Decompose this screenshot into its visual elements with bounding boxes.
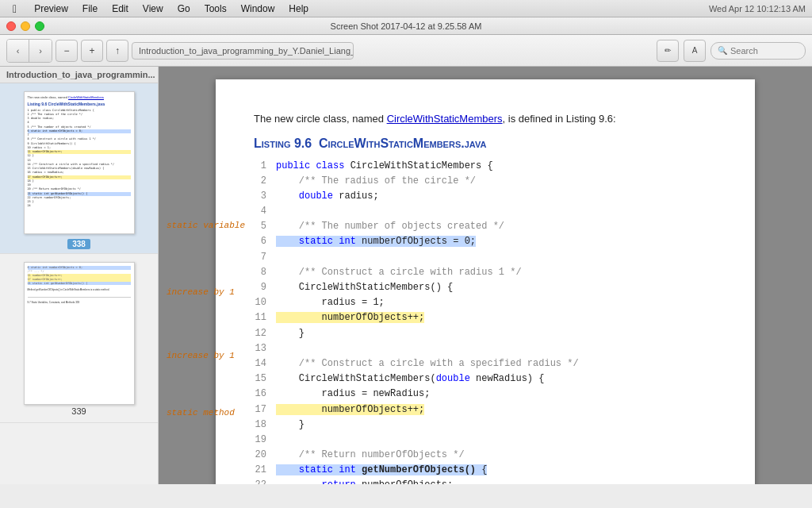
- code-line-7: 7: [254, 250, 717, 265]
- page-338-thumbnail: The new circle class, named CircleWithSt…: [24, 91, 135, 234]
- code-line-18: 18 }: [254, 418, 717, 433]
- annotation-increase1: increase by 1: [167, 286, 235, 300]
- page-338-badge: 338: [67, 239, 90, 249]
- annotation-static-variable: static variable: [167, 219, 245, 233]
- page-338-content: The new circle class, named CircleWithSt…: [25, 92, 134, 233]
- code-line-17: 17 numberOfObjects++;: [254, 402, 717, 418]
- code-line-8: 8 /** Construct a circle with radius 1 *…: [254, 265, 717, 280]
- zoom-in-button[interactable]: +: [81, 40, 103, 62]
- code-line-11: 11 numberOfObjects++;: [254, 310, 717, 325]
- clock: Wed Apr 12 10:12:13 AM: [709, 4, 806, 13]
- code-line-16: 16 radius = newRadius;: [254, 387, 717, 402]
- search-input[interactable]: [730, 46, 794, 56]
- share-button[interactable]: ↑: [106, 40, 128, 62]
- annotation-static-method: static method: [167, 406, 235, 421]
- menu-view[interactable]: View: [136, 2, 170, 16]
- main-layout: Introduction_to_java_programmin... The n…: [0, 67, 812, 484]
- code-line-10: 10 radius = 1;: [254, 295, 717, 310]
- minimize-button[interactable]: [21, 21, 30, 31]
- code-line-4: 4: [254, 204, 717, 219]
- code-line-2: 2 /** The radius of the circle */: [254, 174, 717, 189]
- toolbar: ‹ › − + ↑ Introduction_to_java_programmi…: [0, 35, 812, 67]
- share-icon: ↑: [115, 45, 120, 56]
- sidebar-title: Introduction_to_java_programmin...: [6, 70, 155, 79]
- sidebar-page-339[interactable]: 6 static int numberOfObjects = 0; /** ..…: [0, 254, 158, 423]
- code-line-15: 15 CircleWithStaticMembers(double newRad…: [254, 371, 717, 387]
- window-title: Screen Shot 2017-04-12 at 9.25.58 AM: [331, 21, 482, 31]
- annotate-button[interactable]: A: [684, 40, 706, 62]
- menu-help[interactable]: Help: [282, 2, 315, 16]
- title-bar: Screen Shot 2017-04-12 at 9.25.58 AM: [0, 17, 812, 35]
- page-339-thumbnail: 6 static int numberOfObjects = 0; /** ..…: [24, 262, 135, 405]
- menu-file[interactable]: File: [76, 2, 104, 16]
- page-intro-text: The new circle class, named CircleWithSt…: [254, 111, 717, 127]
- listing-file: CircleWithStaticMembers.java: [319, 137, 486, 150]
- listing-num: Listing 9.6: [254, 137, 312, 150]
- code-line-5: 5 /** The number of objects created */: [254, 219, 717, 234]
- zoom-out-button[interactable]: −: [56, 40, 78, 62]
- code-line-9: 9 CircleWithStaticMembers() {: [254, 280, 717, 295]
- nav-back-button[interactable]: ‹: [7, 40, 29, 62]
- search-icon: 🔍: [718, 46, 727, 55]
- class-link[interactable]: CircleWithStaticMembers: [387, 113, 503, 125]
- menu-go[interactable]: Go: [171, 2, 197, 16]
- menu-preview[interactable]: Preview: [28, 2, 75, 16]
- sidebar-page-338[interactable]: The new circle class, named CircleWithSt…: [0, 83, 158, 254]
- page-361: The new circle class, named CircleWithSt…: [216, 79, 755, 484]
- annotation-increase2: increase by 1: [167, 349, 235, 364]
- menu-bar:  Preview File Edit View Go Tools Window…: [0, 0, 812, 17]
- code-line-20: 20 /** Return numberOfObjects */: [254, 448, 717, 463]
- code-block: static variable increase by 1 increase b…: [254, 159, 717, 485]
- sidebar: Introduction_to_java_programmin... The n…: [0, 67, 159, 484]
- close-button[interactable]: [6, 21, 16, 31]
- menu-tools[interactable]: Tools: [198, 2, 233, 16]
- content-area[interactable]: The new circle class, named CircleWithSt…: [159, 67, 812, 484]
- code-line-22: 22 return numberOfObjects;: [254, 478, 717, 484]
- toolbar-right: ✏ A 🔍: [657, 40, 806, 62]
- maximize-button[interactable]: [35, 21, 44, 31]
- nav-buttons[interactable]: ‹ ›: [6, 39, 52, 63]
- pen-tool-button[interactable]: ✏: [657, 40, 679, 62]
- page-339-content: 6 static int numberOfObjects = 0; /** ..…: [25, 263, 134, 404]
- zoom-in-icon: +: [89, 45, 94, 56]
- chevron-right-icon: ›: [39, 46, 42, 56]
- menu-window[interactable]: Window: [235, 2, 282, 16]
- code-line-12: 12 }: [254, 326, 717, 341]
- listing-header: Listing 9.6 CircleWithStaticMembers.java: [254, 137, 717, 151]
- code-line-21: 21 static int getNumberOfObjects() {: [254, 463, 717, 478]
- sidebar-header: Introduction_to_java_programmin...: [0, 67, 158, 83]
- code-line-6: 6 static int numberOfObjects = 0;: [254, 234, 717, 249]
- page-339-num: 339: [71, 406, 86, 416]
- menu-edit[interactable]: Edit: [105, 2, 135, 16]
- code-line-13: 13: [254, 341, 717, 356]
- code-line-1: 1 public class CircleWithStaticMembers {: [254, 159, 717, 174]
- zoom-out-icon: −: [63, 45, 69, 56]
- nav-forward-button[interactable]: ›: [29, 40, 52, 62]
- code-line-19: 19: [254, 433, 717, 448]
- chevron-left-icon: ‹: [17, 46, 20, 56]
- search-box[interactable]: 🔍: [710, 42, 806, 60]
- page-338-num: 338: [67, 236, 90, 250]
- apple-menu[interactable]: : [6, 1, 23, 17]
- code-line-3: 3 double radius;: [254, 189, 717, 204]
- code-line-14: 14 /** Construct a circle with a specifi…: [254, 356, 717, 371]
- toolbar-left: ‹ › − + ↑: [6, 39, 128, 63]
- document-title: Introduction_to_java_programming_by_Y.Da…: [132, 42, 354, 60]
- window-controls[interactable]: [6, 21, 44, 31]
- code-table: 1 public class CircleWithStaticMembers {…: [254, 159, 717, 485]
